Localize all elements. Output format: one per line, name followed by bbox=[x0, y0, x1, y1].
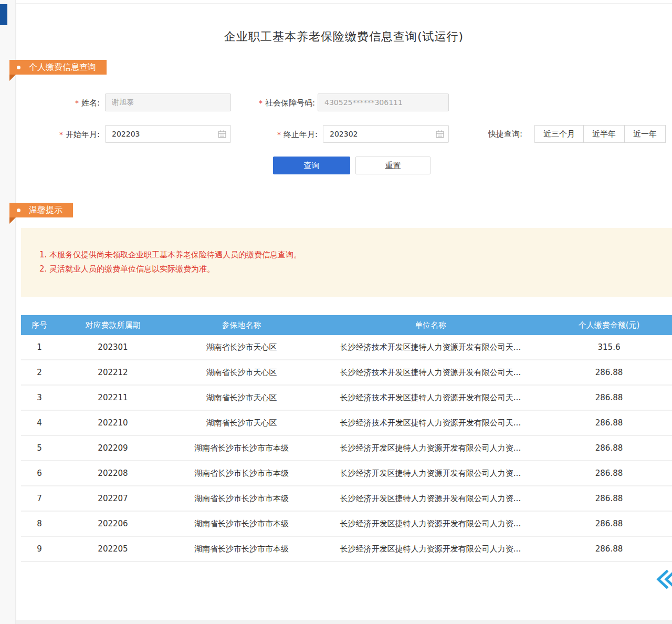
col-header-index: 序号 bbox=[21, 315, 58, 335]
table-row: 6 202208 湖南省长沙市长沙市市本级 长沙经济开发区捷特人力资源开发有限公… bbox=[21, 461, 672, 486]
cell-employer: 长沙经济开发区捷特人力资源开发有限公司人力资... bbox=[315, 436, 546, 460]
quick-one-year-button[interactable]: 近一年 bbox=[624, 125, 666, 143]
bullet-dot-icon bbox=[17, 209, 20, 212]
calendar-icon[interactable] bbox=[217, 129, 227, 139]
table-row: 3 202211 湖南省长沙市天心区 长沙经济技术开发区捷特人力资源开发有限公司… bbox=[21, 386, 672, 411]
cell-amount: 286.88 bbox=[546, 537, 672, 561]
left-gutter bbox=[0, 0, 16, 624]
cell-period: 202207 bbox=[58, 486, 168, 511]
cell-period: 202301 bbox=[58, 335, 168, 359]
ribbon-fold bbox=[9, 217, 16, 224]
cell-index: 7 bbox=[21, 486, 58, 511]
quick-half-year-button[interactable]: 近半年 bbox=[583, 125, 625, 143]
cell-period: 202205 bbox=[58, 537, 168, 561]
cell-index: 4 bbox=[21, 411, 58, 435]
cell-amount: 286.88 bbox=[546, 486, 672, 511]
cell-index: 8 bbox=[21, 512, 58, 536]
cell-employer: 长沙经济开发区捷特人力资源开发有限公司人力资... bbox=[315, 461, 546, 485]
query-button[interactable]: 查询 bbox=[273, 157, 350, 174]
end-month-input-wrap bbox=[323, 125, 449, 143]
cell-employer: 长沙经济技术开发区捷特人力资源开发有限公司天... bbox=[315, 411, 546, 435]
cell-region: 湖南省长沙市天心区 bbox=[168, 411, 315, 435]
cell-period: 202212 bbox=[58, 360, 168, 384]
tip-line-1: 1. 本服务仅提供尚未领取企业职工基本养老保险待遇人员的缴费信息查询。 bbox=[39, 248, 672, 262]
end-month-label: *终止年月: bbox=[239, 130, 318, 140]
cell-region: 湖南省长沙市天心区 bbox=[168, 360, 315, 384]
end-month-input[interactable] bbox=[323, 125, 449, 143]
section-label: 温馨提示 bbox=[29, 205, 62, 216]
start-month-input[interactable] bbox=[105, 125, 231, 143]
table-row: 5 202209 湖南省长沙市长沙市市本级 长沙经济开发区捷特人力资源开发有限公… bbox=[21, 436, 672, 461]
ssn-input[interactable] bbox=[318, 93, 449, 111]
name-input-wrap bbox=[105, 93, 231, 111]
cell-index: 3 bbox=[21, 386, 58, 410]
cell-amount: 286.88 bbox=[546, 461, 672, 485]
table-row: 9 202205 湖南省长沙市长沙市市本级 长沙经济开发区捷特人力资源开发有限公… bbox=[21, 537, 672, 562]
table-body: 1 202301 湖南省长沙市天心区 长沙经济技术开发区捷特人力资源开发有限公司… bbox=[21, 335, 672, 562]
quick-3-months-button[interactable]: 近三个月 bbox=[534, 125, 584, 143]
calendar-icon[interactable] bbox=[435, 129, 445, 139]
table-row: 2 202212 湖南省长沙市天心区 长沙经济技术开发区捷特人力资源开发有限公司… bbox=[21, 360, 672, 386]
cell-index: 6 bbox=[21, 461, 58, 485]
cell-region: 湖南省长沙市长沙市市本级 bbox=[168, 436, 315, 460]
required-asterisk: * bbox=[75, 99, 79, 107]
section-label: 个人缴费信息查询 bbox=[29, 62, 96, 73]
cell-amount: 286.88 bbox=[546, 411, 672, 435]
cell-region: 湖南省长沙市天心区 bbox=[168, 335, 315, 359]
cell-period: 202209 bbox=[58, 436, 168, 460]
cell-index: 5 bbox=[21, 436, 58, 460]
quick-query-label: 快捷查询: bbox=[488, 129, 522, 139]
cell-employer: 长沙经济技术开发区捷特人力资源开发有限公司天... bbox=[315, 335, 546, 359]
cell-index: 1 bbox=[21, 335, 58, 359]
cell-period: 202208 bbox=[58, 461, 168, 485]
cell-region: 湖南省长沙市长沙市市本级 bbox=[168, 486, 315, 511]
cell-region: 湖南省长沙市长沙市市本级 bbox=[168, 461, 315, 485]
cell-employer: 长沙经济开发区捷特人力资源开发有限公司人力资... bbox=[315, 537, 546, 561]
cell-amount: 315.6 bbox=[546, 335, 672, 359]
ssn-field-label: *社会保障号码: bbox=[226, 98, 315, 108]
cell-period: 202206 bbox=[58, 512, 168, 536]
pension-query-page: 企业职工基本养老保险缴费信息查询(试运行) 个人缴费信息查询 *姓名: *社会保… bbox=[0, 0, 672, 624]
table-header-row: 序号 对应费款所属期 参保地名称 单位名称 个人缴费金额(元) bbox=[21, 315, 672, 335]
table-row: 4 202210 湖南省长沙市天心区 长沙经济技术开发区捷特人力资源开发有限公司… bbox=[21, 411, 672, 436]
required-asterisk: * bbox=[259, 99, 262, 107]
col-header-employer: 单位名称 bbox=[315, 315, 546, 335]
required-asterisk: * bbox=[277, 130, 281, 139]
bottom-divider bbox=[16, 620, 672, 624]
tip-line-2: 2. 灵活就业人员的缴费单位信息以实际缴费为准。 bbox=[39, 263, 672, 276]
start-month-label: *开始年月: bbox=[21, 130, 100, 140]
cell-index: 2 bbox=[21, 360, 58, 384]
corner-tab-marker bbox=[0, 4, 7, 25]
cell-region: 湖南省长沙市长沙市市本级 bbox=[168, 512, 315, 536]
table-row: 8 202206 湖南省长沙市长沙市市本级 长沙经济开发区捷特人力资源开发有限公… bbox=[21, 512, 672, 537]
cell-amount: 286.88 bbox=[546, 512, 672, 536]
ribbon-fold bbox=[9, 75, 16, 81]
section-header-tips: 温馨提示 bbox=[9, 203, 73, 217]
col-header-period: 对应费款所属期 bbox=[58, 315, 168, 335]
col-header-amount: 个人缴费金额(元) bbox=[546, 315, 672, 335]
table-row: 7 202207 湖南省长沙市长沙市市本级 长沙经济开发区捷特人力资源开发有限公… bbox=[21, 486, 672, 512]
cell-index: 9 bbox=[21, 537, 58, 561]
quick-query-group: 近三个月 近半年 近一年 bbox=[534, 125, 666, 143]
start-month-input-wrap bbox=[105, 125, 231, 143]
name-input[interactable] bbox=[105, 93, 231, 111]
name-field-label: *姓名: bbox=[21, 98, 100, 108]
col-header-region: 参保地名称 bbox=[168, 315, 315, 335]
ssn-input-wrap bbox=[318, 93, 449, 111]
cell-employer: 长沙经济开发区捷特人力资源开发有限公司人力资... bbox=[315, 486, 546, 511]
cell-region: 湖南省长沙市天心区 bbox=[168, 386, 315, 410]
double-chevron-left-icon[interactable] bbox=[655, 569, 672, 590]
section-header-personal-query: 个人缴费信息查询 bbox=[9, 60, 107, 75]
table-row: 1 202301 湖南省长沙市天心区 长沙经济技术开发区捷特人力资源开发有限公司… bbox=[21, 335, 672, 360]
results-table: 序号 对应费款所属期 参保地名称 单位名称 个人缴费金额(元) 1 202301… bbox=[21, 315, 672, 562]
required-asterisk: * bbox=[59, 130, 63, 139]
tips-box: 1. 本服务仅提供尚未领取企业职工基本养老保险待遇人员的缴费信息查询。 2. 灵… bbox=[21, 228, 672, 297]
cell-employer: 长沙经济开发区捷特人力资源开发有限公司人力资... bbox=[315, 512, 546, 536]
cell-employer: 长沙经济技术开发区捷特人力资源开发有限公司天... bbox=[315, 360, 546, 384]
reset-button[interactable]: 重置 bbox=[355, 157, 430, 174]
cell-employer: 长沙经济技术开发区捷特人力资源开发有限公司天... bbox=[315, 386, 546, 410]
cell-amount: 286.88 bbox=[546, 360, 672, 384]
cell-period: 202210 bbox=[58, 411, 168, 435]
cell-amount: 286.88 bbox=[546, 436, 672, 460]
cell-period: 202211 bbox=[58, 386, 168, 410]
